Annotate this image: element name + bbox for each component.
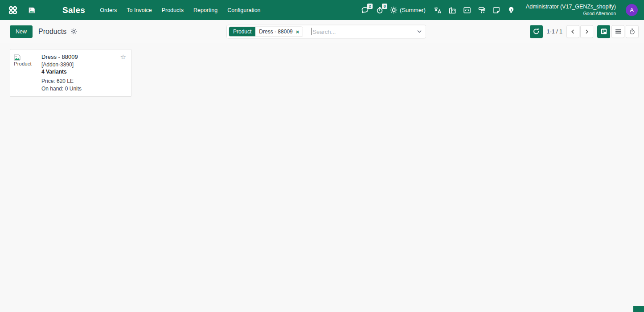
chevron-right-icon [584,29,589,34]
clock-icon [629,28,636,35]
tips-button[interactable] [507,6,516,15]
season-label: (Summer) [400,7,426,13]
refresh-icon [533,28,540,35]
apps-menu-icon[interactable] [6,4,20,17]
pager-range: 1-1 / 1 [547,29,562,35]
menu-item-configuration[interactable]: Configuration [222,4,265,16]
menu-item-to-invoice[interactable]: To Invoice [122,4,156,16]
product-title: Dress - 88009 [41,53,127,60]
pager-next-button[interactable] [580,25,593,38]
search-expand-chevron-icon[interactable] [414,29,422,34]
translate-icon [434,6,442,14]
view-switcher [597,25,639,38]
top-navbar: Sales Orders To Invoice Products Reporti… [0,0,644,20]
product-card[interactable]: Product Dress - 88009 [Addon-3890] 4 Var… [10,49,131,97]
page-title: Products [38,28,66,36]
favorite-star-icon[interactable]: ☆ [120,54,126,61]
refresh-button[interactable] [530,25,543,38]
kanban-content-area: Product Dress - 88009 [Addon-3890] 4 Var… [0,43,644,312]
pager-previous-button[interactable] [566,25,579,38]
user-greeting: Good Afternoon [526,11,616,16]
corner-widget[interactable] [633,306,644,312]
product-code: [Addon-3890] [41,62,127,68]
code-editor-button[interactable] [463,6,472,15]
list-icon [615,29,621,35]
search-facet: Product Dress - 88009 × [229,26,303,37]
broken-image-icon [14,54,21,61]
menu-item-products[interactable]: Products [157,4,189,16]
season-selector[interactable]: (Summer) [390,6,426,14]
user-menu[interactable]: Administrator (V17_GENZs_shopify) Good A… [526,4,616,16]
paint-roller-button[interactable] [477,6,486,15]
company-logo-broken-image-icon[interactable] [29,7,36,14]
code-window-icon [463,6,471,14]
translate-button[interactable] [433,6,442,15]
control-panel: New Products Product Dress - 88009 × [0,20,644,43]
image-alt-text: Product [14,61,38,66]
app-name[interactable]: Sales [62,5,85,15]
activity-view-button[interactable] [626,25,639,38]
building-icon [448,6,456,14]
facet-category: Product [229,27,255,36]
notes-button[interactable] [492,6,501,15]
kanban-icon [601,29,607,35]
chevron-left-icon [570,29,575,34]
kanban-view-button[interactable] [597,25,610,38]
search-input[interactable] [312,28,414,35]
product-image-placeholder: Product [14,53,38,92]
lightbulb-icon [507,6,515,14]
sticky-note-icon [492,6,500,14]
menu-item-orders[interactable]: Orders [95,4,122,16]
product-variants: 4 Variants [41,69,127,75]
main-menu: Orders To Invoice Products Reporting Con… [95,4,265,16]
grid-circles-icon [8,5,18,15]
company-switcher-button[interactable] [448,6,457,15]
menu-item-reporting[interactable]: Reporting [189,4,222,16]
new-button[interactable]: New [10,25,33,38]
activities-button[interactable]: 8 [375,6,384,15]
product-on-hand: On hand: 0 Units [41,86,127,92]
messages-badge: 2 [367,4,373,9]
search-bar[interactable]: Product Dress - 88009 × [226,25,426,38]
gear-icon [390,6,398,14]
facet-value: Dress - 88009 [259,29,292,35]
avatar[interactable]: A [626,4,638,16]
page-settings-gear-icon[interactable] [70,28,77,35]
product-price: Price: 620 LE [41,78,127,84]
messages-button[interactable]: 2 [361,6,369,15]
list-view-button[interactable] [611,25,624,38]
activities-badge: 8 [382,4,387,9]
facet-remove-icon[interactable]: × [296,29,299,34]
paint-roller-icon [478,6,486,14]
user-name: Administrator (V17_GENZs_shopify) [526,4,616,11]
